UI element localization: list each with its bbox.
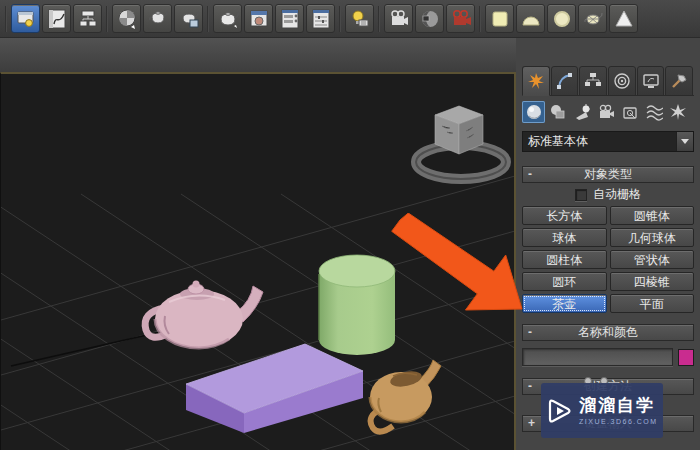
toolbar-separator [106, 6, 108, 32]
watermark: 溜溜自学 ZIXUE.3D66.COM [541, 383, 663, 438]
preset-sphere-icon[interactable] [547, 4, 576, 33]
preset-dome-icon[interactable] [516, 4, 545, 33]
rollout-title: 名称和颜色 [578, 325, 638, 339]
create-categories [522, 100, 694, 124]
cone-button[interactable]: 圆锥体 [610, 206, 695, 225]
chevron-down-icon [681, 139, 689, 144]
annotation-arrow [390, 213, 535, 323]
geometry-icon[interactable] [522, 101, 545, 123]
toolbar-separator [479, 6, 481, 32]
tube-button[interactable]: 管状体 [610, 250, 695, 269]
watermark-subtitle: ZIXUE.3D66.COM [579, 418, 658, 425]
curve-editor-icon[interactable] [42, 4, 71, 33]
create-tab-icon[interactable] [522, 66, 550, 96]
collapse-icon[interactable]: - [528, 379, 532, 394]
hierarchy-tab-icon[interactable] [579, 66, 607, 96]
3dsmax-window: 标准基本体 - 对象类型 自动栅格 长方体 圆锥体 球体 几何球体 圆柱体 管状… [0, 0, 700, 450]
pyramid-button[interactable]: 四棱锥 [610, 272, 695, 291]
plane-button[interactable]: 平面 [610, 294, 695, 313]
toolbar-separator [378, 6, 380, 32]
name-color-row [522, 347, 694, 367]
rollout-title: 对象类型 [584, 167, 632, 181]
autogrid-checkbox[interactable] [575, 189, 587, 201]
viewcube[interactable] [409, 98, 514, 188]
space-warps-icon[interactable] [642, 101, 665, 123]
layer-manager-icon[interactable] [11, 4, 40, 33]
primitive-buttons: 长方体 圆锥体 球体 几何球体 圆柱体 管状体 圆环 四棱锥 茶壶 平面 [522, 206, 694, 313]
schematic-view-icon[interactable] [73, 4, 102, 33]
geosphere-button[interactable]: 几何球体 [610, 228, 695, 247]
watermark-title: 溜溜自学 [579, 396, 658, 416]
dropdown-button[interactable] [676, 132, 693, 151]
autogrid-label: 自动栅格 [593, 186, 641, 203]
display-tab-icon[interactable] [637, 66, 665, 96]
render-teapot-icon[interactable] [213, 4, 242, 33]
preset-wire-teapot-icon[interactable] [578, 4, 607, 33]
preset-square-icon[interactable] [485, 4, 514, 33]
object-name-input[interactable] [522, 348, 673, 366]
primitive-type-dropdown[interactable]: 标准基本体 [522, 131, 694, 152]
object-color-swatch[interactable] [678, 349, 694, 366]
light-lister-icon[interactable] [345, 4, 374, 33]
rollout-name-color[interactable]: - 名称和颜色 [522, 324, 694, 341]
toolbar-separator [5, 6, 7, 32]
material-editor-icon[interactable] [112, 4, 141, 33]
collapse-icon[interactable]: - [528, 325, 532, 340]
command-panel-tabs [522, 66, 694, 96]
teapot-tan[interactable] [361, 352, 443, 436]
modify-tab-icon[interactable] [551, 66, 579, 96]
dropdown-value: 标准基本体 [523, 132, 676, 151]
rendered-frame-teapot-icon[interactable] [174, 4, 203, 33]
box-purple[interactable] [184, 340, 366, 436]
frame-window-icon[interactable] [244, 4, 273, 33]
moon-render-icon[interactable] [415, 4, 444, 33]
video-camera-icon[interactable] [446, 4, 475, 33]
cameras-icon[interactable] [594, 101, 617, 123]
toolbar-separator [339, 6, 341, 32]
camera-icon[interactable] [384, 4, 413, 33]
main-toolbar [0, 0, 700, 38]
shapes-icon[interactable] [546, 101, 569, 123]
rollout-object-type[interactable]: - 对象类型 [522, 166, 694, 183]
toolbar-separator [207, 6, 209, 32]
collapse-icon[interactable]: + [528, 416, 535, 431]
motion-tab-icon[interactable] [608, 66, 636, 96]
systems-icon[interactable] [666, 101, 689, 123]
autogrid-row: 自动栅格 [522, 187, 694, 202]
lights-icon[interactable] [570, 101, 593, 123]
preset-cone-icon[interactable] [609, 4, 638, 33]
exposure-panel-icon[interactable] [306, 4, 335, 33]
environment-panel-icon[interactable] [275, 4, 304, 33]
play-logo-icon [547, 398, 573, 424]
collapse-icon[interactable]: - [528, 167, 532, 182]
helpers-icon[interactable] [618, 101, 641, 123]
utilities-tab-icon[interactable] [665, 66, 693, 96]
render-setup-icon[interactable] [143, 4, 172, 33]
toolbar-spacer [0, 38, 516, 72]
